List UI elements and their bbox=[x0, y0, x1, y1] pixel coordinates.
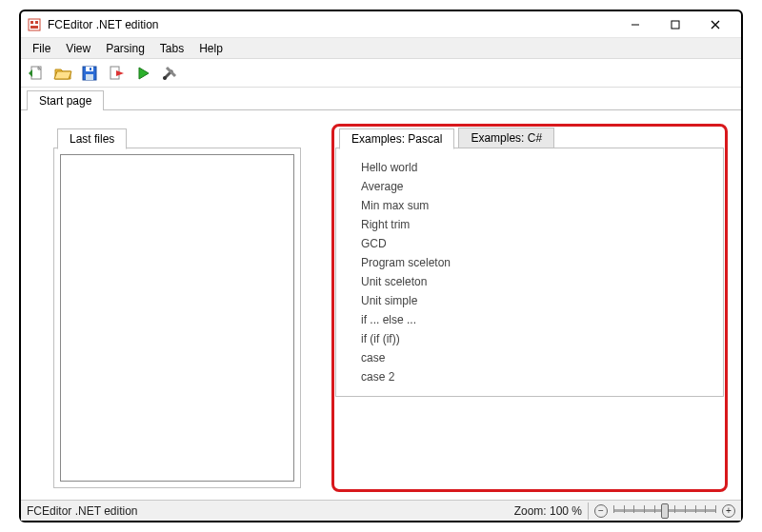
toolbar bbox=[21, 59, 741, 88]
export-icon bbox=[107, 64, 126, 83]
close-button[interactable] bbox=[695, 12, 735, 37]
list-item[interactable]: Min max sum bbox=[361, 196, 712, 215]
list-item[interactable]: Hello world bbox=[361, 158, 712, 177]
document-tabs: Start page bbox=[21, 88, 741, 110]
zoom-label: Zoom: 100 % bbox=[514, 504, 582, 518]
svg-point-21 bbox=[163, 76, 167, 80]
zoom-slider: − + bbox=[594, 504, 735, 518]
zoom-in-button[interactable]: + bbox=[722, 504, 735, 518]
new-file-icon bbox=[27, 64, 46, 83]
svg-rect-13 bbox=[86, 74, 93, 80]
svg-marker-17 bbox=[116, 70, 124, 76]
list-item[interactable]: Program sceleton bbox=[361, 253, 712, 272]
statusbar: FCEditor .NET edition Zoom: 100 % − + bbox=[21, 500, 741, 521]
app-window: FCEditor .NET edition File View Parsing … bbox=[19, 10, 743, 522]
save-button[interactable] bbox=[78, 62, 101, 85]
run-icon bbox=[133, 64, 152, 83]
close-icon bbox=[711, 20, 720, 30]
list-item[interactable]: Average bbox=[361, 177, 712, 196]
open-button[interactable] bbox=[51, 62, 74, 85]
menubar: File View Parsing Tabs Help bbox=[21, 38, 741, 59]
status-text: FCEditor .NET edition bbox=[27, 504, 138, 518]
export-button[interactable] bbox=[105, 62, 128, 85]
list-item[interactable]: Unit sceleton bbox=[361, 272, 712, 291]
tab-examples-csharp[interactable]: Examples: C# bbox=[458, 128, 554, 148]
last-files-panel: Last files bbox=[53, 128, 301, 488]
minimize-button[interactable] bbox=[615, 12, 655, 37]
app-icon bbox=[27, 17, 42, 32]
svg-rect-1 bbox=[30, 21, 33, 24]
list-item[interactable]: GCD bbox=[361, 234, 712, 253]
examples-list: Hello world Average Min max sum Right tr… bbox=[342, 154, 717, 390]
list-item[interactable]: if ... else ... bbox=[361, 310, 712, 329]
menu-help[interactable]: Help bbox=[191, 38, 231, 58]
new-file-button[interactable] bbox=[25, 62, 48, 85]
list-item[interactable]: case bbox=[361, 348, 712, 367]
svg-marker-10 bbox=[29, 69, 32, 77]
last-files-list[interactable] bbox=[60, 154, 294, 482]
list-item[interactable]: if (if (if)) bbox=[361, 329, 712, 348]
menu-file[interactable]: File bbox=[25, 38, 58, 58]
menu-tabs[interactable]: Tabs bbox=[152, 38, 191, 58]
save-icon bbox=[80, 64, 99, 83]
menu-view[interactable]: View bbox=[58, 38, 98, 58]
menu-parsing[interactable]: Parsing bbox=[98, 38, 152, 58]
examples-body: Hello world Average Min max sum Right tr… bbox=[335, 148, 724, 397]
list-item[interactable]: Unit simple bbox=[361, 291, 712, 310]
svg-rect-14 bbox=[90, 68, 91, 70]
tab-start-page[interactable]: Start page bbox=[27, 90, 104, 110]
titlebar: FCEditor .NET edition bbox=[21, 11, 741, 38]
window-title: FCEditor .NET edition bbox=[48, 18, 159, 31]
examples-panel: Examples: Pascal Examples: C# Hello worl… bbox=[335, 128, 724, 488]
svg-marker-18 bbox=[139, 68, 149, 79]
zoom-track[interactable] bbox=[613, 509, 716, 512]
svg-rect-3 bbox=[30, 26, 38, 29]
tools-button[interactable] bbox=[158, 62, 181, 85]
content-area: Last files Examples: Pascal Examples: C#… bbox=[21, 110, 741, 500]
zoom-out-button[interactable]: − bbox=[594, 504, 608, 518]
zoom-thumb[interactable] bbox=[661, 503, 669, 519]
svg-rect-0 bbox=[29, 19, 40, 30]
maximize-icon bbox=[671, 20, 680, 30]
tools-icon bbox=[160, 64, 179, 83]
list-item[interactable]: Right trim bbox=[361, 215, 712, 234]
list-item[interactable]: case 2 bbox=[361, 367, 712, 386]
last-files-body bbox=[53, 148, 301, 488]
minimize-icon bbox=[631, 20, 640, 30]
maximize-button[interactable] bbox=[655, 12, 695, 37]
tab-examples-pascal[interactable]: Examples: Pascal bbox=[339, 128, 454, 149]
open-folder-icon bbox=[53, 64, 72, 83]
svg-rect-5 bbox=[672, 21, 679, 29]
run-button[interactable] bbox=[131, 62, 154, 85]
last-files-tab[interactable]: Last files bbox=[57, 128, 127, 149]
svg-rect-2 bbox=[35, 21, 38, 24]
